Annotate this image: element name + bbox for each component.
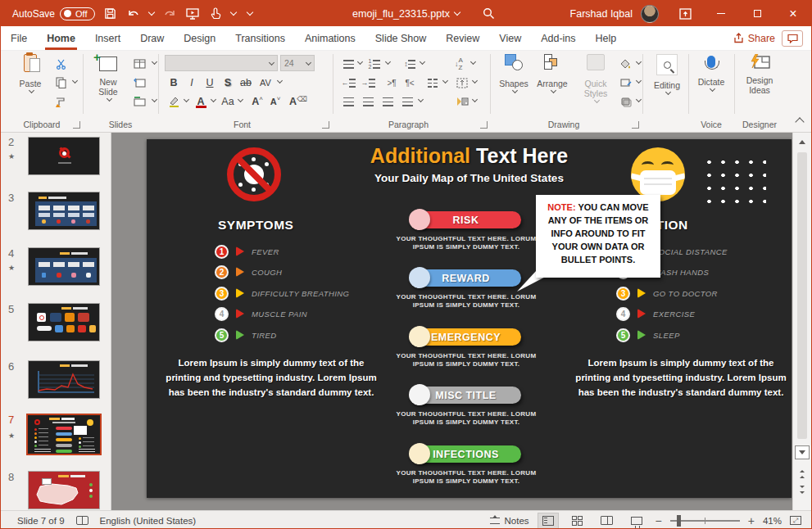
character-spacing-button[interactable]: AV xyxy=(256,75,274,91)
tab-help[interactable]: Help xyxy=(586,26,627,50)
bullets-dropdown-icon[interactable] xyxy=(357,59,363,65)
arrange-button[interactable]: Arrange xyxy=(532,54,573,93)
tab-add-ins[interactable]: Add-ins xyxy=(531,26,585,50)
slide-thumbnail-panel[interactable]: 2 ★ 3 xyxy=(1,133,111,510)
bullets-icon[interactable] xyxy=(339,56,357,72)
rtl-direction-icon[interactable]: ¶< xyxy=(401,75,419,91)
search-icon[interactable] xyxy=(482,7,497,21)
symptom-item-1[interactable]: 1 FEVER xyxy=(215,243,279,260)
risk-pill[interactable]: RISK xyxy=(411,211,521,228)
clear-formatting-button[interactable]: A⌫ xyxy=(289,93,307,110)
right-paragraph[interactable]: Lorem Ipsum is simply dummy text of the … xyxy=(570,356,792,400)
reward-description[interactable]: YOUR THOUGHTFUL TEXT HERE. LORUM IPSUM I… xyxy=(384,293,548,310)
font-name-combobox[interactable] xyxy=(165,55,278,71)
start-from-beginning-icon[interactable] xyxy=(185,7,200,21)
shapes-button[interactable]: Shapes xyxy=(496,54,532,93)
ribbon-display-options-icon[interactable] xyxy=(667,1,703,26)
redo-icon[interactable] xyxy=(162,7,177,21)
user-avatar[interactable] xyxy=(641,5,659,23)
scroll-down-button[interactable] xyxy=(795,445,810,459)
paragraph-dialog-launcher[interactable] xyxy=(480,121,488,129)
misc-description[interactable]: YOUR THOUGHTFUL TEXT HERE. LORUM IPSUM I… xyxy=(384,410,548,427)
drawing-dialog-launcher[interactable] xyxy=(632,121,639,129)
scrollbar-thumb[interactable] xyxy=(797,152,807,439)
shape-fill-icon[interactable] xyxy=(617,56,635,72)
thumbnail-slide-2[interactable] xyxy=(28,137,100,175)
undo-dropdown-icon[interactable] xyxy=(147,9,154,16)
vertical-scrollbar[interactable] xyxy=(792,133,811,510)
maximize-button[interactable] xyxy=(739,1,775,26)
touch-mouse-mode-icon[interactable] xyxy=(208,7,223,21)
infections-description[interactable]: YOUR THOUGHTFUL TEXT HERE. LORUM IPSUM I… xyxy=(384,469,548,486)
shape-fill-dropdown-icon[interactable] xyxy=(636,59,642,65)
tab-home[interactable]: Home xyxy=(37,26,85,50)
infections-pill[interactable]: INFECTIONS xyxy=(411,445,521,463)
reward-pill[interactable]: REWARD xyxy=(411,269,521,287)
minimize-button[interactable] xyxy=(703,1,739,26)
zoom-slider[interactable] xyxy=(670,520,740,522)
zoom-out-button[interactable]: − xyxy=(655,514,662,527)
justify-icon[interactable] xyxy=(398,93,416,110)
zoom-percent[interactable]: 41% xyxy=(763,516,782,526)
notes-toggle[interactable]: Notes xyxy=(490,516,529,526)
slide-subtitle[interactable]: Your Daily Map of The United States xyxy=(286,172,652,184)
emergency-pill[interactable]: EMERGENCY xyxy=(411,328,521,346)
zoom-in-button[interactable]: + xyxy=(748,514,755,527)
columns-icon[interactable] xyxy=(424,75,442,91)
symptom-item-5[interactable]: 5 TIRED xyxy=(215,327,277,343)
smartart-dropdown-icon[interactable] xyxy=(472,97,478,102)
ltr-direction-icon[interactable]: >¶ xyxy=(383,75,401,91)
tab-insert[interactable]: Insert xyxy=(85,26,130,50)
no-virus-icon[interactable] xyxy=(227,147,281,201)
thumbnail-slide-4[interactable] xyxy=(28,247,100,286)
tab-design[interactable]: Design xyxy=(174,26,225,50)
quick-styles-button[interactable]: Quick Styles xyxy=(573,54,619,102)
tab-animations[interactable]: Animations xyxy=(295,26,365,50)
mask-emoji-icon[interactable] xyxy=(631,147,685,201)
tab-file[interactable]: File xyxy=(1,26,37,50)
tab-transitions[interactable]: Transitions xyxy=(225,26,295,50)
user-name[interactable]: Farshad Iqbal xyxy=(570,8,633,20)
sort-dropdown-icon[interactable] xyxy=(470,59,476,65)
filename[interactable]: emoji_flu_23315.pptx xyxy=(352,8,450,20)
language-status[interactable]: English (United States) xyxy=(100,516,197,526)
smartart-icon[interactable] xyxy=(453,93,471,110)
font-size-combobox[interactable]: 24 xyxy=(280,55,315,71)
reading-view-button[interactable] xyxy=(597,513,618,529)
italic-button[interactable]: I xyxy=(183,75,201,91)
align-left-icon[interactable] xyxy=(339,93,357,110)
prevention-item-4[interactable]: 4 EXERCISE xyxy=(616,305,695,322)
comments-button[interactable] xyxy=(782,30,803,47)
clipboard-dialog-launcher[interactable] xyxy=(73,121,80,129)
thumbnail-slide-5[interactable] xyxy=(28,303,100,341)
tab-slide-show[interactable]: Slide Show xyxy=(365,26,437,50)
prevention-item-3[interactable]: 3 GO TO DOCTOR xyxy=(616,285,718,301)
share-button[interactable]: Share xyxy=(733,33,775,44)
thumbnail-slide-3[interactable] xyxy=(28,192,100,230)
bold-button[interactable]: B xyxy=(165,75,183,91)
increase-font-size-button[interactable]: A˄ xyxy=(248,93,266,110)
text-shadow-button[interactable]: S xyxy=(219,75,237,91)
strikethrough-button[interactable]: ab xyxy=(237,75,255,91)
line-spacing-dropdown-icon[interactable] xyxy=(420,59,425,65)
symptom-item-3[interactable]: 3 DIFFICULTY BREATHING xyxy=(215,285,349,301)
font-dialog-launcher[interactable] xyxy=(322,121,329,129)
character-spacing-dropdown-icon[interactable] xyxy=(277,78,283,84)
increase-indent-icon[interactable]: → xyxy=(359,75,377,91)
numbering-dropdown-icon[interactable] xyxy=(385,59,391,65)
layout-dropdown-icon[interactable] xyxy=(152,59,157,65)
customize-qat-icon[interactable] xyxy=(246,9,252,16)
slide-title[interactable]: AdditionalText Here xyxy=(286,144,652,168)
cut-icon[interactable] xyxy=(52,56,70,72)
section-icon[interactable] xyxy=(130,93,148,110)
slide-sorter-view-button[interactable] xyxy=(567,513,588,529)
scroll-up-icon[interactable] xyxy=(796,136,808,147)
symptom-item-4[interactable]: 4 MUSCLE PAIN xyxy=(215,305,307,322)
align-center-icon[interactable] xyxy=(359,93,377,110)
thumbnail-slide-8[interactable] xyxy=(28,471,100,509)
dictate-button[interactable]: Dictate xyxy=(693,54,729,91)
underline-button[interactable]: U xyxy=(201,75,219,91)
spellcheck-book-icon[interactable] xyxy=(76,516,88,525)
copy-icon[interactable] xyxy=(52,75,70,91)
fit-slide-to-window-icon[interactable]: ⤢ xyxy=(790,516,801,525)
